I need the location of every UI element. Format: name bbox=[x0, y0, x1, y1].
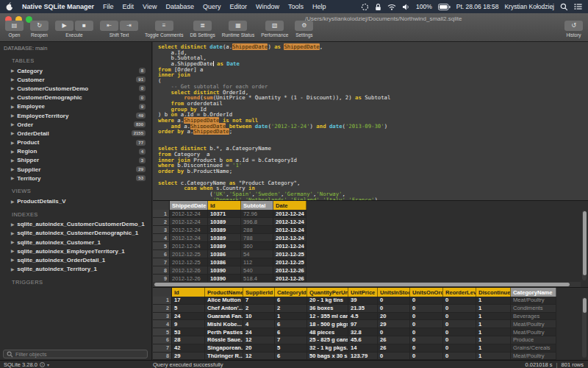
table-cell[interactable]: 9 bbox=[172, 320, 205, 328]
table-cell[interactable]: 25 - 825 g cans bbox=[307, 336, 348, 344]
sql-editor[interactable]: select distinct date(a.ShippedDate) as S… bbox=[153, 42, 588, 200]
table-cell[interactable]: 0 bbox=[443, 313, 476, 320]
db-settings-button[interactable]: ≣ bbox=[193, 21, 212, 31]
filter-objects-input[interactable] bbox=[15, 351, 144, 358]
disclosure-triangle-icon[interactable]: ▶ bbox=[11, 77, 14, 82]
table-cell[interactable]: 1 bbox=[476, 305, 511, 312]
table-cell[interactable]: 12 bbox=[243, 353, 275, 360]
table-row[interactable]: 22012-12-2410389396.82012-12-24 bbox=[153, 218, 306, 226]
table-cell[interactable]: 1 bbox=[476, 328, 511, 336]
filter-field[interactable] bbox=[3, 350, 148, 358]
table-cell[interactable]: Condiments bbox=[511, 305, 556, 312]
sidebar-item-employee[interactable]: ▶Employee9 bbox=[0, 102, 151, 111]
sidebar-item-orderdetail[interactable]: ▶OrderDetail2155 bbox=[0, 129, 151, 138]
menu-editor[interactable]: Editor bbox=[229, 3, 247, 10]
table-cell[interactable]: 0 bbox=[378, 297, 410, 304]
table-cell[interactable]: 20 bbox=[378, 313, 410, 320]
table-row[interactable]: 628Rössle Saue...12725 - 825 g cans45.62… bbox=[153, 336, 556, 344]
table-cell[interactable]: 2012-12-25 bbox=[170, 250, 208, 258]
column-header-date[interactable]: Date bbox=[273, 201, 306, 210]
battery-icon[interactable] bbox=[438, 4, 451, 10]
sidebar-item-customer[interactable]: ▶Customer91 bbox=[0, 75, 151, 84]
performance-button[interactable]: ▧ bbox=[265, 21, 284, 31]
table-row[interactable]: 117Alice Mutton7620 - 1 kg tins390001Mea… bbox=[153, 297, 556, 305]
sidebar-item-shipper[interactable]: ▶Shipper3 bbox=[0, 156, 151, 165]
table-cell[interactable]: 10389 bbox=[208, 218, 241, 225]
shift-left-button[interactable]: ⇤ bbox=[100, 21, 118, 31]
table-cell[interactable]: 50 bags x 30 s... bbox=[307, 353, 348, 360]
table-cell[interactable]: 2012-12-24 bbox=[273, 218, 306, 225]
horizontal-scrollbar[interactable] bbox=[153, 282, 581, 287]
disclosure-triangle-icon[interactable]: ▶ bbox=[11, 249, 14, 253]
table-cell[interactable]: 0 bbox=[443, 320, 476, 328]
table-cell[interactable]: 2012-12-26 bbox=[273, 266, 306, 274]
table-cell[interactable]: 2012-12-24 bbox=[273, 242, 306, 250]
menu-database[interactable]: Database bbox=[165, 3, 194, 10]
table-cell[interactable]: Meat/Poultry bbox=[511, 297, 556, 304]
table-cell[interactable]: 2012-12-26 bbox=[273, 275, 306, 282]
disclosure-triangle-icon[interactable]: ▶ bbox=[11, 149, 14, 154]
table-cell[interactable]: 0 bbox=[410, 336, 443, 344]
sidebar-item-sqlite-autoindex-customerdemographic-1[interactable]: ▶sqlite_autoindex_CustomerDemographic_1 bbox=[0, 229, 151, 238]
table-cell[interactable]: 10 bbox=[243, 313, 275, 320]
table-cell[interactable]: 12 bbox=[243, 336, 275, 344]
table-row[interactable]: 25Chef Anton'...2236 boxes21.350001Condi… bbox=[153, 305, 556, 313]
table-cell[interactable]: 0 bbox=[443, 328, 476, 336]
table-cell[interactable]: 0 bbox=[378, 353, 410, 360]
table-row[interactable]: 42012-12-24103897882012-12-24 bbox=[153, 234, 306, 242]
search-icon[interactable] bbox=[560, 3, 568, 11]
column-header-subtotal[interactable]: Subtotal bbox=[241, 201, 273, 210]
disclosure-triangle-icon[interactable]: ▶ bbox=[11, 96, 14, 100]
table-cell[interactable]: Alice Mutton bbox=[205, 297, 243, 304]
time-machine-icon[interactable] bbox=[361, 3, 369, 11]
table-cell[interactable]: 1 bbox=[476, 313, 511, 320]
stop-button[interactable]: ■ bbox=[75, 21, 93, 31]
table-cell[interactable]: 29 bbox=[172, 353, 205, 360]
table-cell[interactable]: 2012-12-26 bbox=[170, 275, 208, 282]
table-cell[interactable]: 5 bbox=[275, 344, 307, 352]
scrollbar-thumb[interactable] bbox=[154, 283, 570, 286]
table-cell[interactable]: 2012-12-25 bbox=[170, 258, 208, 266]
menu-help[interactable]: Help bbox=[312, 3, 326, 10]
table-cell[interactable]: 2012-12-25 bbox=[273, 258, 306, 266]
disclosure-triangle-icon[interactable]: ▶ bbox=[11, 68, 14, 73]
column-header-id[interactable]: Id bbox=[208, 201, 241, 210]
disclosure-triangle-icon[interactable]: ▶ bbox=[11, 141, 14, 145]
table-cell[interactable]: Produce bbox=[511, 336, 556, 344]
table-cell[interactable]: 4.5 bbox=[348, 313, 378, 320]
table-cell[interactable]: 0 bbox=[443, 297, 476, 304]
table-cell[interactable]: 39 bbox=[348, 297, 378, 304]
table-cell[interactable]: 0 bbox=[443, 305, 476, 312]
runtime-status-button[interactable]: ▦ bbox=[229, 21, 247, 31]
table-row[interactable]: 12012-12-241037172.962012-12-24 bbox=[153, 210, 306, 218]
notification-center-icon[interactable] bbox=[574, 3, 582, 10]
table-cell[interactable]: 1 bbox=[275, 313, 307, 320]
table-cell[interactable]: 32 - 1 kg pkgs. bbox=[307, 344, 348, 352]
column-header-id[interactable]: Id bbox=[172, 288, 205, 297]
table-cell[interactable]: 2012-12-24 bbox=[170, 234, 208, 241]
scrollbar-thumb[interactable] bbox=[583, 298, 587, 313]
table-cell[interactable]: 10389 bbox=[208, 226, 241, 233]
scrollbar-thumb[interactable] bbox=[583, 211, 587, 275]
vertical-scrollbar[interactable] bbox=[582, 297, 587, 358]
disclosure-triangle-icon[interactable]: ▶ bbox=[11, 222, 14, 227]
table-row[interactable]: 32012-12-24103892882012-12-24 bbox=[153, 226, 306, 234]
table-cell[interactable]: 21.35 bbox=[348, 305, 378, 312]
table-cell[interactable]: 28 bbox=[172, 336, 205, 344]
column-header-unitsonorder[interactable]: UnitsOnOrder bbox=[410, 288, 443, 297]
menu-bar-clock[interactable]: Pt. 28.06 18:58 bbox=[456, 3, 499, 10]
table-cell[interactable]: 53 bbox=[172, 328, 205, 336]
table-cell[interactable]: 0 bbox=[410, 328, 443, 336]
lock-icon[interactable] bbox=[375, 3, 381, 11]
vertical-scrollbar[interactable] bbox=[582, 210, 587, 280]
table-row[interactable]: 52012-12-24103893602012-12-24 bbox=[153, 242, 306, 250]
table-cell[interactable]: 5 bbox=[172, 305, 205, 312]
table-cell[interactable]: 0 bbox=[443, 336, 476, 344]
disclosure-triangle-icon[interactable]: ▶ bbox=[11, 122, 14, 127]
sidebar-item-sqlite-autoindex-customercustomerdemo-1[interactable]: ▶sqlite_autoindex_CustomerCustomerDemo_1 bbox=[0, 220, 151, 229]
table-cell[interactable]: Meat/Poultry bbox=[511, 328, 556, 336]
table-cell[interactable]: 42 bbox=[172, 344, 205, 352]
table-cell[interactable]: 6 bbox=[275, 328, 307, 336]
table-cell[interactable]: 10390 bbox=[208, 266, 241, 274]
run-button[interactable]: ▶ bbox=[55, 21, 74, 31]
